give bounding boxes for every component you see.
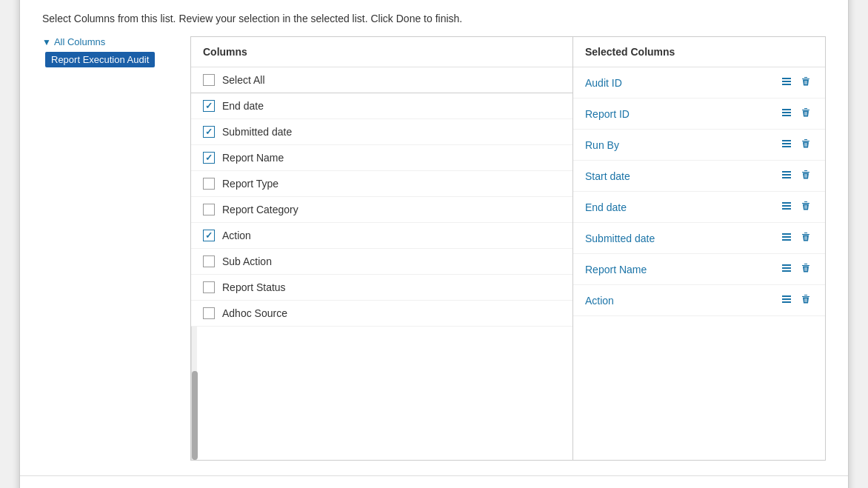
checkbox-report_type[interactable]	[203, 178, 215, 190]
delete-icon-end_date[interactable]	[798, 198, 813, 215]
column-label-report_name: Report Name	[222, 152, 284, 164]
checkbox-report_status[interactable]	[203, 281, 215, 293]
move-icon-end_date[interactable]	[779, 198, 794, 215]
svg-rect-4	[782, 112, 791, 113]
column-item-report_name[interactable]: Report Name	[191, 145, 572, 171]
checkbox-report_name[interactable]	[203, 152, 215, 164]
tree-all-columns[interactable]: ▼ All Columns	[42, 36, 176, 47]
selected-item-actions-report_id	[779, 105, 813, 122]
selected-item-submitted_date: Submitted date	[573, 223, 825, 254]
svg-rect-21	[782, 295, 791, 297]
svg-rect-1	[782, 81, 791, 82]
svg-rect-11	[782, 177, 791, 178]
column-item-end_date[interactable]: End date	[191, 93, 572, 119]
move-icon-start_date[interactable]	[779, 167, 794, 184]
column-label-select_all: Select All	[222, 74, 265, 86]
column-label-report_type: Report Type	[222, 178, 278, 190]
checkbox-report_category[interactable]	[203, 204, 215, 215]
selected-item-label-end_date: End date	[585, 201, 627, 213]
column-item-report_type[interactable]: Report Type	[191, 171, 572, 197]
move-icon-run_by[interactable]	[779, 136, 794, 153]
left-panel: ▼ All Columns Report Execution Audit	[42, 36, 190, 461]
selected-item-actions-report_name	[779, 261, 813, 278]
selected-item-end_date: End date	[573, 192, 825, 223]
selected-item-label-run_by: Run By	[585, 139, 619, 151]
selected-item-report_id: Report ID	[573, 98, 825, 130]
tree-arrow-icon: ▼	[42, 37, 51, 47]
scrollbar-track	[191, 327, 197, 460]
svg-rect-8	[782, 146, 791, 147]
move-icon-submitted_date[interactable]	[779, 230, 794, 247]
selected-item-report_name: Report Name	[573, 254, 825, 285]
checkbox-select_all[interactable]	[203, 74, 215, 86]
columns-panel: Columns Select AllEnd dateSubmitted date…	[190, 36, 826, 461]
column-item-select_all[interactable]: Select All	[191, 67, 572, 93]
column-item-adhoc_source[interactable]: Adhoc Source	[191, 301, 572, 327]
all-columns-label: All Columns	[54, 36, 105, 47]
selected-item-start_date: Start date	[573, 161, 825, 192]
selected-columns-panel: Selected Columns Audit IDReport IDRun By…	[573, 37, 825, 460]
delete-icon-run_by[interactable]	[798, 136, 813, 153]
columns-left: Columns Select AllEnd dateSubmitted date…	[191, 37, 573, 460]
svg-rect-12	[782, 202, 791, 204]
column-item-report_category[interactable]: Report Category	[191, 197, 572, 223]
selected-item-actions-end_date	[779, 198, 813, 215]
scrollbar-thumb[interactable]	[192, 371, 198, 460]
column-label-report_category: Report Category	[222, 204, 298, 215]
checkbox-submitted_date[interactable]	[203, 126, 215, 138]
checkbox-action[interactable]	[203, 230, 215, 241]
move-icon-audit_id[interactable]	[779, 74, 794, 91]
selected-item-actions-submitted_date	[779, 230, 813, 247]
svg-rect-15	[782, 233, 791, 235]
column-label-end_date: End date	[222, 100, 264, 112]
delete-icon-report_id[interactable]	[798, 105, 813, 122]
column-label-report_status: Report Status	[222, 281, 286, 293]
svg-rect-18	[782, 264, 791, 266]
selected-columns-header: Selected Columns	[573, 37, 825, 67]
selected-item-actions-audit_id	[779, 74, 813, 91]
svg-rect-9	[782, 171, 791, 173]
svg-rect-5	[782, 115, 791, 116]
checkbox-end_date[interactable]	[203, 100, 215, 112]
instruction-text: Select Columns from this list. Review yo…	[42, 13, 826, 24]
svg-rect-10	[782, 174, 791, 176]
move-icon-report_name[interactable]	[779, 261, 794, 278]
delete-icon-audit_id[interactable]	[798, 74, 813, 91]
column-label-adhoc_source: Adhoc Source	[222, 307, 287, 319]
columns-list[interactable]: Select AllEnd dateSubmitted dateReport N…	[191, 67, 572, 327]
svg-rect-22	[782, 298, 791, 300]
column-item-submitted_date[interactable]: Submitted date	[191, 119, 572, 145]
column-item-sub_action[interactable]: Sub Action	[191, 249, 572, 275]
svg-rect-23	[782, 301, 791, 303]
delete-icon-report_name[interactable]	[798, 261, 813, 278]
svg-rect-16	[782, 236, 791, 238]
tree-selected-node[interactable]: Report Execution Audit	[42, 52, 176, 67]
delete-icon-action[interactable]	[798, 292, 813, 309]
move-icon-action[interactable]	[779, 292, 794, 309]
selected-item-label-report_id: Report ID	[585, 108, 630, 120]
selected-item-label-action: Action	[585, 295, 614, 307]
svg-rect-7	[782, 143, 791, 144]
move-icon-report_id[interactable]	[779, 105, 794, 122]
checkbox-adhoc_source[interactable]	[203, 307, 215, 319]
svg-rect-2	[782, 84, 791, 85]
selected-item-label-report_name: Report Name	[585, 264, 647, 275]
column-label-submitted_date: Submitted date	[222, 126, 292, 138]
selected-item-actions-run_by	[779, 136, 813, 153]
column-label-action: Action	[222, 230, 251, 241]
selected-item-action: Action	[573, 285, 825, 316]
column-item-action[interactable]: Action	[191, 223, 572, 249]
svg-rect-14	[782, 208, 791, 210]
modal-footer: Cancel Done	[20, 475, 848, 488]
content-area: ▼ All Columns Report Execution Audit Col…	[42, 36, 826, 461]
selected-item-run_by: Run By	[573, 130, 825, 161]
modal-body: Select Columns from this list. Review yo…	[20, 0, 848, 475]
checkbox-sub_action[interactable]	[203, 255, 215, 267]
column-label-sub_action: Sub Action	[222, 255, 272, 267]
delete-icon-submitted_date[interactable]	[798, 230, 813, 247]
column-item-report_status[interactable]: Report Status	[191, 275, 572, 301]
delete-icon-start_date[interactable]	[798, 167, 813, 184]
svg-rect-17	[782, 239, 791, 241]
svg-rect-20	[782, 270, 791, 272]
svg-rect-3	[782, 109, 791, 110]
